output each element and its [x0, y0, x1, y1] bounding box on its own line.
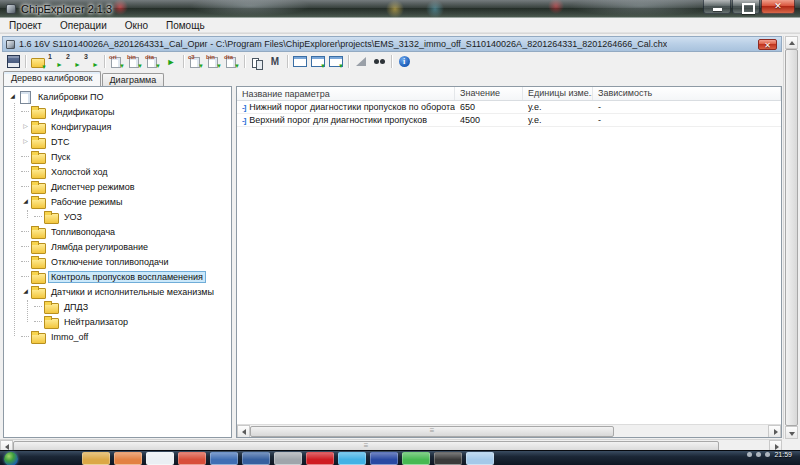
toolbar-separator	[25, 55, 26, 68]
tree-item[interactable]: Диспетчер режимов	[4, 179, 231, 194]
vertical-scroll-thumb[interactable]	[785, 49, 798, 426]
column-header-2[interactable]: Значение	[455, 87, 523, 100]
collapse-icon[interactable]: ◢	[8, 92, 17, 101]
tree-item[interactable]: Контроль пропусков воспламенения	[4, 269, 231, 284]
menu-item-2[interactable]: Операции	[51, 19, 116, 32]
toolbar-separator	[348, 55, 349, 68]
tab-diagram[interactable]: Диаграмма	[102, 73, 165, 86]
import-bin-button[interactable]: bin	[205, 54, 223, 70]
tray-icon[interactable]	[765, 452, 770, 457]
window-export-button[interactable]	[309, 54, 327, 70]
menu-item-4[interactable]: Помощь	[157, 19, 214, 32]
table-row[interactable]: -]Верхний порог для диагностики пропуско…	[237, 114, 781, 127]
export-ori-button[interactable]: ori	[108, 54, 126, 70]
find-button[interactable]	[370, 54, 388, 70]
taskbar-app-icon-6[interactable]	[242, 452, 270, 465]
tree-item[interactable]: Нейтрализатор	[4, 314, 231, 329]
tree-item-label: Топливоподача	[48, 226, 118, 238]
tree-item[interactable]: Пуск	[4, 149, 231, 164]
compare-pages-button[interactable]	[248, 54, 266, 70]
tree-item[interactable]: Топливоподача	[4, 224, 231, 239]
parameters-hscrollbar[interactable]	[237, 424, 781, 437]
scroll-right-button[interactable]	[768, 425, 781, 438]
close-button[interactable]	[761, 0, 795, 14]
column-header-4[interactable]: Зависимость	[593, 87, 781, 100]
tree-connector	[21, 231, 29, 232]
folder-icon	[31, 226, 45, 237]
taskbar-app-icon-3[interactable]	[146, 452, 174, 465]
window-import-button[interactable]	[327, 54, 345, 70]
tray-icon[interactable]	[756, 452, 761, 457]
menu-item-3[interactable]: Окно	[116, 19, 157, 32]
tree-item[interactable]: ◢Калибровки ПО	[4, 89, 231, 104]
scroll-down-button[interactable]	[785, 426, 798, 439]
toolbar-button-label: bin	[206, 54, 215, 60]
taskbar-app-icon-13[interactable]	[466, 452, 494, 465]
collapse-icon[interactable]: ◢	[21, 197, 30, 206]
load-slot-3-button[interactable]: 3	[83, 54, 101, 70]
folder-icon	[31, 181, 45, 192]
export-button[interactable]	[162, 54, 180, 70]
folder-icon	[31, 256, 45, 267]
tree-connector	[21, 156, 29, 157]
document-close-button[interactable]	[758, 39, 777, 50]
import-dta-button[interactable]: dta	[223, 54, 241, 70]
tree-connector	[21, 186, 29, 187]
param-name-cell: -]Нижний порог диагностики пропусков по …	[237, 102, 455, 112]
taskbar-app-icon-12[interactable]	[434, 452, 462, 465]
expand-icon[interactable]: ▷	[21, 122, 30, 131]
taskbar-app-icon-8[interactable]	[306, 452, 334, 465]
minimize-button[interactable]	[703, 0, 731, 14]
vertical-scrollbar[interactable]	[783, 36, 798, 439]
param-units-cell: у.е.	[523, 115, 593, 125]
merge-button[interactable]	[266, 54, 284, 70]
maximize-button[interactable]	[732, 0, 760, 14]
save-button[interactable]	[4, 54, 22, 70]
tree-item[interactable]: Холостой ход	[4, 164, 231, 179]
start-button[interactable]	[4, 452, 18, 465]
column-header-3[interactable]: Единицы изме...	[523, 87, 593, 100]
export-bin-button[interactable]: bin	[126, 54, 144, 70]
tree-item[interactable]: ДПДЗ	[4, 299, 231, 314]
window-titlebar[interactable]: ChipExplorer 2.1.3	[0, 0, 800, 18]
tree-item[interactable]: Отключение топливоподачи	[4, 254, 231, 269]
table-row[interactable]: -]Нижний порог диагностики пропусков по …	[237, 101, 781, 114]
expand-icon[interactable]: ▷	[21, 137, 30, 146]
taskbar-app-icon-10[interactable]	[370, 452, 398, 465]
taskbar-app-icon-7[interactable]	[274, 452, 302, 465]
tab-calibration-tree[interactable]: Дерево калибровок	[3, 71, 101, 86]
taskbar-app-icon-9[interactable]	[338, 452, 366, 465]
tree-item[interactable]: ◢Датчики и исполнительные механизмы	[4, 284, 231, 299]
about-button[interactable]	[395, 54, 413, 70]
new-window-button[interactable]	[291, 54, 309, 70]
taskbar-app-icon-2[interactable]	[114, 452, 142, 465]
tree-item[interactable]: ◢Рабочие режимы	[4, 194, 231, 209]
scroll-left-button[interactable]	[237, 425, 250, 438]
tree-item[interactable]: ▷DTC	[4, 134, 231, 149]
toolbar-button-label: dta	[145, 54, 154, 60]
column-header-1[interactable]: Название параметра	[237, 87, 455, 100]
load-slot-2-button[interactable]: 2	[65, 54, 83, 70]
tree-item[interactable]: Индификаторы	[4, 104, 231, 119]
tree-item[interactable]: Immo_off	[4, 329, 231, 344]
scroll-up-button[interactable]	[785, 36, 798, 49]
taskbar-app-icon-4[interactable]	[178, 452, 206, 465]
toolbar-button-label: 1	[48, 54, 52, 60]
tray-icon[interactable]	[747, 452, 752, 457]
taskbar-app-icon-5[interactable]	[210, 452, 238, 465]
load-slot-1-button[interactable]: 1	[47, 54, 65, 70]
tree-item[interactable]: ▷Конфигурация	[4, 119, 231, 134]
param-value-cell: 4500	[455, 115, 523, 125]
menu-item-1[interactable]: Проект	[0, 19, 51, 32]
collapse-icon[interactable]: ◢	[21, 287, 30, 296]
tree-item[interactable]: УОЗ	[4, 209, 231, 224]
export-dta-button[interactable]: dta	[144, 54, 162, 70]
scroll-thumb[interactable]	[250, 426, 614, 437]
open-import-button[interactable]	[29, 54, 47, 70]
tree-item[interactable]: Лямбда регулирование	[4, 239, 231, 254]
diagram-button[interactable]	[352, 54, 370, 70]
document-titlebar[interactable]: 1.6 16V S110140026A_8201264331_Cal_Ориг …	[2, 36, 782, 52]
import-c3-button[interactable]: c3	[187, 54, 205, 70]
taskbar-app-icon-11[interactable]	[402, 452, 430, 465]
taskbar-app-icon-1[interactable]	[82, 452, 110, 465]
